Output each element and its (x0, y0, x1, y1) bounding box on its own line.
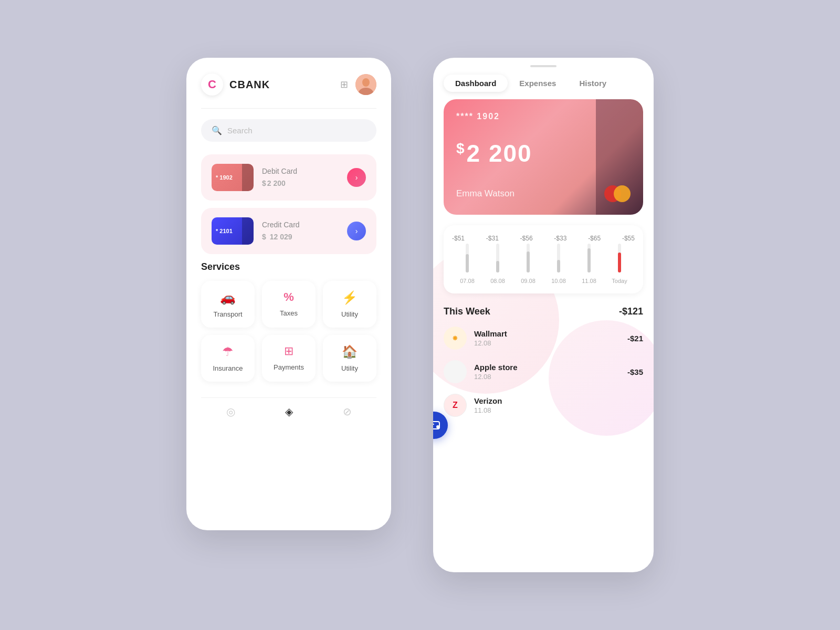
verizon-date: 11.08 (474, 406, 636, 414)
logo-icon: C (201, 74, 223, 96)
payments-label: Payments (274, 363, 304, 371)
header-right: ⊞ (340, 74, 376, 95)
walmart-date: 12.08 (474, 339, 620, 347)
credit-card-item[interactable]: * 2101 Credit Card $ 12 029 › (201, 208, 376, 254)
transaction-walmart[interactable]: ✸ Wallmart 12.08 -$21 (444, 327, 643, 350)
service-payments[interactable]: ⊞ Payments (262, 335, 316, 382)
transaction-verizon[interactable]: Z Verizon 11.08 (444, 394, 643, 417)
taxes-icon: % (284, 290, 294, 304)
chart-label-5: -$55 (622, 235, 635, 242)
insurance-icon: ☂ (222, 344, 234, 359)
top-bar-line (530, 65, 556, 67)
payments-icon: ⊞ (284, 344, 293, 358)
svg-point-5 (448, 364, 463, 379)
verizon-logo: Z (444, 394, 467, 417)
utility1-label: Utility (341, 310, 358, 318)
nav-charts-icon[interactable]: ◎ (226, 405, 235, 418)
tab-dashboard[interactable]: Dashboard (444, 75, 508, 92)
debit-card-left: * 1902 Debit Card $2 200 (212, 164, 297, 191)
chart-bar-col-0: 07.08 (452, 244, 482, 284)
chart-bar-track-2 (527, 244, 530, 272)
chart-bar-col-4: 11.08 (574, 244, 604, 284)
insurance-label: Insurance (213, 364, 243, 372)
svg-point-7 (436, 425, 439, 428)
chart-bar-col-2: 09.08 (513, 244, 543, 284)
nav-wallet-icon[interactable]: ◈ (285, 405, 293, 418)
debit-card-arrow[interactable]: › (347, 168, 366, 187)
debit-mini-card: * 1902 (212, 164, 254, 191)
tabs: Dashboard Expenses History (433, 69, 654, 99)
credit-mini-card: * 2101 (212, 217, 254, 245)
right-phone: Dashboard Expenses History **** 1902 $2 … (433, 58, 654, 572)
verizon-info: Verizon 11.08 (474, 396, 636, 414)
transport-label: Transport (213, 310, 242, 318)
walmart-info: Wallmart 12.08 (474, 329, 620, 347)
card-currency: $ (456, 140, 466, 156)
nav-percent-icon[interactable]: ⊘ (343, 405, 352, 418)
chart-bar-fill-1 (496, 261, 499, 272)
chart-bar-track-5 (618, 244, 621, 272)
tab-history[interactable]: History (568, 75, 618, 92)
utility1-icon: ⚡ (342, 290, 358, 305)
service-transport[interactable]: 🚗 Transport (201, 281, 255, 328)
tab-expenses[interactable]: Expenses (508, 75, 568, 92)
this-week-title: This Week (444, 306, 490, 317)
avatar[interactable] (355, 74, 376, 95)
services-title: Services (201, 261, 376, 272)
chart-bar-fill-5 (618, 253, 621, 272)
credit-card-left: * 2101 Credit Card $ 12 029 (212, 217, 300, 245)
services-grid: 🚗 Transport % Taxes ⚡ Utility ☂ Insuranc… (201, 281, 376, 382)
credit-card-balance: $ 12 029 (262, 231, 300, 242)
header: C CBANK ⊞ (201, 74, 376, 96)
credit-card-info: Credit Card $ 12 029 (262, 220, 300, 242)
debit-card-item[interactable]: * 1902 Debit Card $2 200 › (201, 154, 376, 201)
divider (201, 108, 376, 109)
chart-bar-fill-0 (466, 254, 469, 272)
apple-name: Apple store (474, 363, 620, 372)
chart-date-3: 10.08 (551, 278, 566, 284)
bottom-nav: ◎ ◈ ⊘ (201, 397, 376, 418)
apple-amount: -$35 (627, 368, 643, 376)
transaction-apple[interactable]: Apple store 12.08 -$35 (444, 360, 643, 383)
chart-bar-track-4 (587, 244, 591, 272)
chart-bar-track-1 (496, 244, 499, 272)
chart-bar-col-1: 08.08 (482, 244, 513, 284)
chart-bar-fill-2 (527, 251, 530, 272)
search-icon: 🔍 (212, 125, 222, 135)
chart-date-2: 09.08 (521, 278, 536, 284)
service-insurance[interactable]: ☂ Insurance (201, 335, 255, 382)
big-card: **** 1902 $2 200 Emma Watson (444, 99, 643, 215)
chart-bar-fill-3 (557, 260, 560, 272)
this-week-section: This Week -$121 ✸ Wallmart 12.08 -$21 (433, 306, 654, 417)
chart-container: -$51 -$31 -$56 -$33 -$65 -$55 07.08 (444, 225, 643, 293)
credit-card-arrow[interactable]: › (347, 222, 366, 240)
filter-icon[interactable]: ⊞ (340, 79, 348, 90)
transport-icon: 🚗 (220, 290, 236, 305)
chart-date-5: Today (612, 278, 627, 284)
service-taxes[interactable]: % Taxes (262, 281, 316, 328)
svg-text:✸: ✸ (452, 334, 458, 342)
chart-date-4: 11.08 (582, 278, 596, 284)
credit-card-type: Credit Card (262, 220, 300, 229)
header-left: C CBANK (201, 74, 270, 96)
apple-info: Apple store 12.08 (474, 363, 620, 381)
chart-date-0: 07.08 (460, 278, 475, 284)
search-bar[interactable]: 🔍 Search (201, 119, 376, 142)
apple-date: 12.08 (474, 373, 620, 381)
card-footer: Emma Watson (456, 185, 631, 202)
svg-point-1 (362, 78, 370, 87)
chart-bar-track-0 (466, 244, 469, 272)
service-utility2[interactable]: 🏠 Utility (323, 335, 376, 382)
walmart-logo: ✸ (444, 327, 467, 350)
chart-bar-fill-4 (587, 248, 591, 272)
chart-label-3: -$33 (554, 235, 566, 242)
phone-top-bar (433, 58, 654, 67)
debit-card-balance: $2 200 (262, 177, 297, 188)
taxes-label: Taxes (280, 309, 298, 317)
service-utility1[interactable]: ⚡ Utility (323, 281, 376, 328)
chart-bar-col-3: 10.08 (543, 244, 574, 284)
debit-card-info: Debit Card $2 200 (262, 167, 297, 188)
chart-label-2: -$56 (520, 235, 533, 242)
app-name: CBANK (229, 79, 270, 91)
chart-label-1: -$31 (486, 235, 499, 242)
